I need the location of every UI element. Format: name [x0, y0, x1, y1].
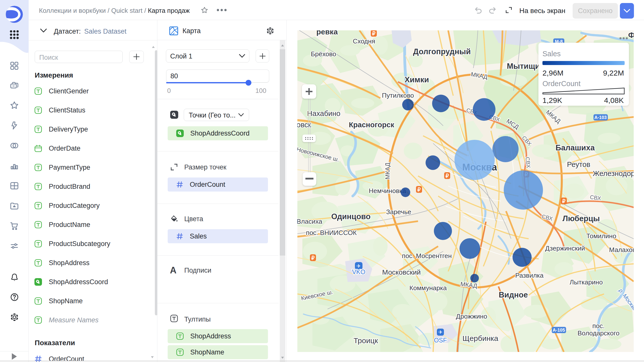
svg-text:Люберцы: Люберцы	[563, 214, 600, 223]
svg-text:Сходня: Сходня	[353, 37, 375, 45]
svg-text:OSF: OSF	[434, 337, 447, 344]
svg-text:Троицк: Троицк	[353, 336, 378, 345]
svg-text:пос.: пос.	[592, 322, 605, 330]
svg-text:Долгопрудный: Долгопрудный	[413, 47, 471, 56]
svg-text:Заречье: Заречье	[386, 208, 411, 216]
svg-text:Балашиха: Балашиха	[556, 143, 595, 152]
svg-text:пос. ВНИИССОК: пос. ВНИИССОК	[306, 229, 357, 236]
svg-text:Развилка: Развилка	[515, 272, 544, 279]
svg-text:Дрожжино: Дрожжино	[456, 313, 487, 320]
svg-text:Видное: Видное	[499, 290, 528, 299]
svg-text:Володарского: Володарского	[577, 329, 619, 337]
svg-text:Железнодор...: Железнодор...	[593, 169, 634, 177]
svg-text:✈: ✈	[438, 329, 443, 335]
svg-text:₽: ₽	[311, 255, 315, 261]
svg-text:А-105: А-105	[553, 328, 565, 333]
svg-text:Реутов: Реутов	[567, 160, 590, 168]
svg-text:Брёхово: Брёхово	[311, 50, 336, 58]
svg-text:Коммунарка: Коммунарка	[409, 284, 447, 292]
svg-text:Власиха: Власиха	[297, 218, 322, 225]
svg-text:Лыткарино: Лыткарино	[570, 278, 603, 286]
svg-text:₽: ₽	[562, 198, 566, 204]
svg-text:✈: ✈	[356, 263, 361, 269]
svg-text:VKO: VKO	[352, 268, 365, 275]
svg-text:Щербинка: Щербинка	[463, 334, 498, 342]
svg-text:овск: овск	[297, 121, 311, 129]
svg-text:Нахабино: Нахабино	[307, 109, 340, 117]
svg-text:₽: ₽	[372, 31, 376, 36]
svg-text:МКАД: МКАД	[384, 162, 391, 179]
svg-text:Химки: Химки	[404, 75, 429, 84]
svg-text:Малахов: Малахов	[609, 246, 634, 254]
svg-text:СВХ: СВХ	[524, 157, 532, 168]
svg-text:Немчиновка: Немчиновка	[369, 187, 406, 195]
svg-text:Одинцово: Одинцово	[331, 212, 371, 221]
svg-text:А-103: А-103	[594, 115, 607, 120]
svg-text:Фря: Фря	[628, 31, 634, 40]
svg-text:ревка: ревка	[316, 30, 338, 36]
svg-text:₽: ₽	[417, 187, 421, 193]
svg-text:Красногорск: Красногорск	[349, 121, 394, 129]
svg-text:Дзержинский: Дзержинский	[545, 245, 585, 252]
svg-text:Мытищи: Мытищи	[507, 62, 540, 71]
svg-text:Путилково: Путилково	[382, 92, 414, 99]
svg-text:Московский: Московский	[382, 268, 421, 276]
svg-text:пос. Мосрентген: пос. Мосрентген	[402, 252, 452, 260]
svg-text:₽: ₽	[445, 173, 449, 179]
svg-text:Томилино: Томилино	[586, 232, 616, 240]
